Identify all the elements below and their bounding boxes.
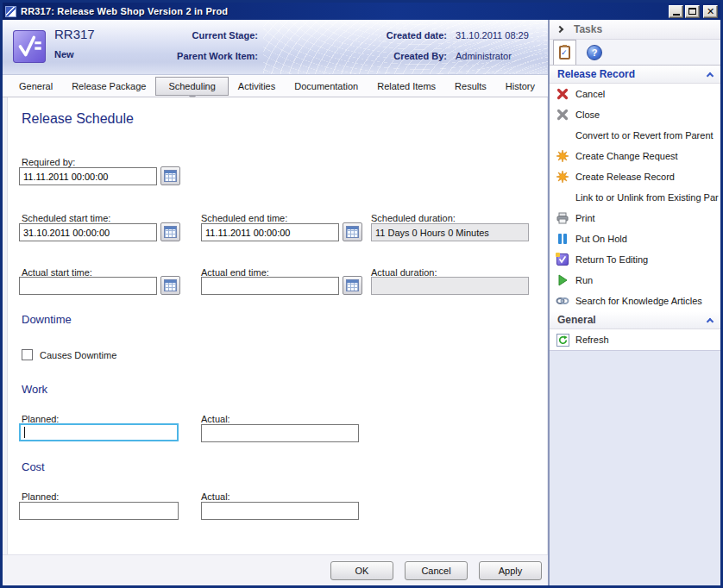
tasks-pane: Tasks ? Release Record Cancel Close [548, 20, 720, 585]
task-label: Print [575, 213, 595, 223]
apply-button[interactable]: Apply [479, 561, 542, 580]
created-by-label: Created By: [283, 51, 447, 61]
task-refresh[interactable]: Refresh [550, 329, 720, 350]
tab-release-package[interactable]: Release Package [62, 78, 155, 95]
actual-start-calendar-button[interactable] [160, 276, 180, 295]
close-gray-x-icon [556, 108, 569, 122]
section-header-release-record[interactable]: Release Record [550, 66, 720, 84]
calendar-icon [164, 170, 177, 182]
window-title: RR317: Release Web Shop Version 2 in Pro… [21, 6, 667, 16]
tab-scheduling[interactable]: Scheduling [155, 77, 228, 96]
section-title: Release Record [557, 68, 707, 80]
tasks-pane-empty-area [550, 350, 720, 585]
record-id: RR317 [54, 27, 95, 41]
close-button[interactable]: ✕ [703, 5, 718, 18]
task-convert-revert-parent[interactable]: Convert to or Revert from Parent [550, 125, 720, 146]
task-close[interactable]: Close [550, 104, 720, 125]
task-label: Put On Hold [575, 234, 627, 244]
cancel-button[interactable]: Cancel [405, 561, 468, 580]
refresh-icon [556, 333, 569, 347]
actual-end-calendar-button[interactable] [343, 276, 362, 295]
current-stage-label: Current Stage: [123, 30, 258, 41]
task-label: Cancel [575, 89, 605, 99]
text-cursor [24, 427, 25, 438]
scheduled-start-input[interactable] [19, 223, 157, 241]
cost-actual-label: Actual: [201, 491, 230, 502]
task-create-release-record[interactable]: Create Release Record [550, 166, 720, 187]
blank-icon [556, 128, 569, 142]
section-header-general[interactable]: General [550, 311, 720, 329]
calendar-icon [346, 279, 359, 291]
cost-planned-input[interactable] [19, 502, 179, 520]
task-link-unlink-parent[interactable]: Link to or Unlink from Existing Par [550, 187, 720, 208]
task-print[interactable]: Print [550, 208, 720, 228]
section-title: General [557, 314, 707, 326]
cost-planned-label: Planned: [22, 491, 59, 502]
banner-net-pattern [263, 20, 548, 74]
required-by-input[interactable] [19, 167, 157, 185]
actual-duration-field [371, 277, 529, 295]
causes-downtime-checkbox[interactable] [22, 349, 33, 360]
task-return-to-editing[interactable]: Return To Editing [550, 249, 720, 270]
actual-start-input[interactable] [19, 277, 157, 295]
star-burst-icon [556, 170, 569, 184]
cost-section-title: Cost [22, 460, 45, 473]
task-put-on-hold[interactable]: Put On Hold [550, 228, 720, 249]
printer-icon [556, 211, 569, 225]
tab-bar: General Release Package Scheduling Activ… [3, 75, 548, 97]
tab-history[interactable]: History [496, 78, 544, 95]
scheduled-start-calendar-button[interactable] [160, 222, 180, 241]
causes-downtime-label: Causes Downtime [40, 350, 116, 360]
star-burst-icon [556, 149, 569, 163]
tasks-toolbar: ? [550, 40, 720, 66]
help-button[interactable]: ? [587, 45, 602, 60]
tasks-pane-header[interactable]: Tasks [550, 20, 720, 40]
calendar-icon [164, 226, 177, 238]
page-title: Release Schedule [22, 111, 134, 127]
required-by-label: Required by: [22, 157, 75, 167]
scheduled-start-label: Scheduled start time: [22, 213, 110, 223]
tab-documentation[interactable]: Documentation [285, 78, 368, 95]
created-date-value: 31.10.2011 08:29 [456, 30, 546, 41]
work-actual-label: Actual: [201, 414, 230, 424]
blank-icon [556, 191, 569, 204]
task-label: Close [575, 109, 600, 120]
calendar-icon [346, 226, 359, 238]
task-label: Convert to or Revert from Parent [575, 130, 714, 141]
record-status: New [54, 49, 74, 59]
tab-activities[interactable]: Activities [229, 78, 285, 95]
ok-button[interactable]: OK [330, 561, 393, 580]
collapse-chevron-icon[interactable] [556, 26, 563, 33]
scheduled-end-calendar-button[interactable] [343, 222, 362, 241]
tasks-tab-button[interactable] [553, 40, 576, 65]
application-window: RR317: Release Web Shop Version 2 in Pro… [0, 0, 723, 588]
dialog-footer: OK Cancel Apply [3, 554, 548, 585]
chevron-up-icon[interactable] [707, 72, 714, 78]
task-search-knowledge-articles[interactable]: Search for Knowledge Articles [550, 291, 720, 311]
parent-work-item-label: Parent Work Item: [123, 51, 258, 61]
tab-results[interactable]: Results [445, 78, 496, 95]
tab-general[interactable]: General [9, 78, 62, 95]
actual-end-input[interactable] [201, 277, 339, 295]
work-section-title: Work [22, 383, 47, 396]
scheduling-form: Release Schedule Required by: Scheduled … [3, 97, 548, 554]
tasks-list: Release Record Cancel Close Convert to o… [550, 66, 720, 350]
task-label: Create Release Record [575, 172, 675, 182]
minimize-button[interactable] [669, 5, 683, 18]
scheduled-duration-label: Scheduled duration: [371, 213, 456, 223]
tab-related-items[interactable]: Related Items [368, 78, 445, 95]
scheduled-end-input[interactable] [201, 223, 339, 241]
chain-link-icon [556, 294, 569, 308]
task-cancel[interactable]: Cancel [550, 84, 720, 104]
maximize-button[interactable] [685, 5, 700, 18]
title-bar[interactable]: RR317: Release Web Shop Version 2 in Pro… [3, 3, 720, 20]
cost-actual-input[interactable] [201, 502, 359, 520]
chevron-up-icon[interactable] [707, 317, 714, 324]
task-label: Create Change Request [575, 151, 678, 161]
task-create-change-request[interactable]: Create Change Request [550, 146, 720, 166]
task-run[interactable]: Run [550, 270, 720, 291]
work-planned-input[interactable] [19, 423, 179, 441]
created-date-label: Created date: [283, 30, 447, 41]
work-actual-input[interactable] [201, 424, 359, 442]
required-by-calendar-button[interactable] [160, 166, 180, 185]
